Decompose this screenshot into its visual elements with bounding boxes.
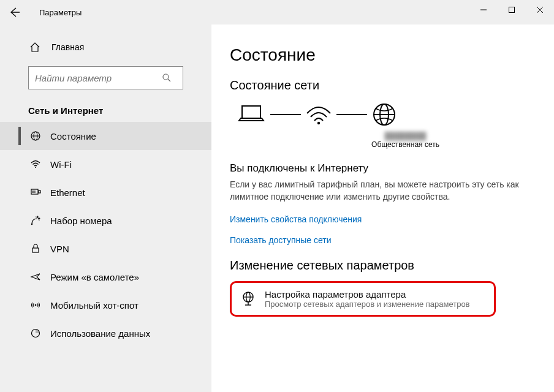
minimize-icon <box>480 6 487 13</box>
window-title: Параметры <box>39 8 82 17</box>
search-box[interactable] <box>28 66 183 89</box>
connection-line <box>270 114 301 115</box>
sidebar-item-status[interactable]: Состояние <box>0 122 211 150</box>
sidebar-item-hotspot[interactable]: Мобильный хот-спот <box>0 291 211 319</box>
vpn-icon <box>29 243 42 254</box>
main-content: Состояние Состояние сети ████████ Общест… <box>211 24 554 392</box>
svg-point-9 <box>35 167 36 168</box>
wifi-large-icon <box>305 102 333 127</box>
search-icon <box>162 73 183 83</box>
svg-point-17 <box>39 218 40 219</box>
adapter-icon <box>240 290 256 306</box>
arrow-left-icon <box>9 7 20 18</box>
connection-line <box>336 114 367 115</box>
search-input[interactable] <box>29 73 162 83</box>
sidebar-item-label: Использование данных <box>50 328 150 339</box>
airplane-icon <box>29 271 42 282</box>
maximize-button[interactable] <box>498 0 526 20</box>
sidebar-item-vpn[interactable]: VPN <box>0 235 211 263</box>
sidebar-item-label: Ethernet <box>50 187 85 198</box>
adapter-text: Настройка параметров адаптера Просмотр с… <box>265 289 470 309</box>
settings-window: Параметры Главная Се <box>0 0 554 392</box>
svg-point-15 <box>31 224 32 225</box>
svg-point-22 <box>317 122 320 124</box>
connected-body: Если у вас лимитный тарифный план, вы мо… <box>230 178 542 203</box>
sidebar-item-label: VPN <box>50 244 69 254</box>
sidebar-item-label: Набор номера <box>50 216 112 226</box>
svg-point-4 <box>163 74 169 80</box>
sidebar-home[interactable]: Главная <box>0 37 211 58</box>
sidebar-item-airplane[interactable]: Режим «в самолете» <box>0 263 211 291</box>
maximize-icon <box>508 6 515 13</box>
close-button[interactable] <box>526 0 554 20</box>
svg-rect-21 <box>242 106 260 118</box>
dialup-icon <box>29 215 42 226</box>
svg-point-19 <box>35 304 37 306</box>
network-type: Общественная сеть <box>371 140 439 149</box>
network-label: ████████ Общественная сеть <box>269 132 542 149</box>
svg-rect-1 <box>509 7 515 13</box>
svg-rect-18 <box>32 248 39 252</box>
adapter-title: Настройка параметров адаптера <box>265 289 470 300</box>
link-show-available-networks[interactable]: Показать доступные сети <box>230 235 542 245</box>
svg-rect-11 <box>39 190 40 193</box>
sidebar-item-dialup[interactable]: Набор номера <box>0 206 211 235</box>
sidebar-home-label: Главная <box>51 42 84 52</box>
sidebar-item-ethernet[interactable]: Ethernet <box>0 178 211 206</box>
adapter-settings-option[interactable]: Настройка параметров адаптера Просмотр с… <box>230 281 496 317</box>
page-title: Состояние <box>230 45 542 65</box>
svg-line-5 <box>168 79 170 81</box>
sidebar-item-label: Wi-Fi <box>50 159 72 170</box>
globe-large-icon <box>371 101 398 128</box>
globe-icon <box>29 130 42 141</box>
titlebar: Параметры <box>0 0 554 24</box>
home-icon <box>29 42 40 53</box>
ssid-text: ████████ <box>269 132 542 140</box>
laptop-icon <box>236 102 267 127</box>
wifi-icon <box>29 159 42 170</box>
caption-buttons <box>469 0 554 20</box>
network-diagram <box>236 101 542 128</box>
sidebar-item-label: Режим «в самолете» <box>50 272 139 282</box>
link-change-connection-props[interactable]: Изменить свойства подключения <box>230 214 542 224</box>
minimize-button[interactable] <box>469 0 498 20</box>
sidebar-item-wifi[interactable]: Wi-Fi <box>0 150 211 178</box>
hotspot-icon <box>29 300 42 311</box>
network-status-header: Состояние сети <box>230 78 542 92</box>
back-button[interactable] <box>9 7 27 18</box>
sidebar-item-label: Состояние <box>50 131 96 141</box>
sidebar-item-label: Мобильный хот-спот <box>50 300 138 311</box>
sidebar-item-data-usage[interactable]: Использование данных <box>0 319 211 347</box>
change-settings-header: Изменение сетевых параметров <box>230 258 542 273</box>
data-usage-icon <box>29 328 42 339</box>
adapter-desc: Просмотр сетевых адаптеров и изменение п… <box>265 300 470 309</box>
sidebar: Главная Сеть и Интернет Состояние <box>0 24 211 392</box>
ethernet-icon <box>29 187 42 198</box>
sidebar-section-header: Сеть и Интернет <box>28 105 211 116</box>
svg-point-16 <box>37 216 39 217</box>
close-icon <box>536 6 544 13</box>
connected-heading: Вы подключены к Интернету <box>230 162 542 175</box>
